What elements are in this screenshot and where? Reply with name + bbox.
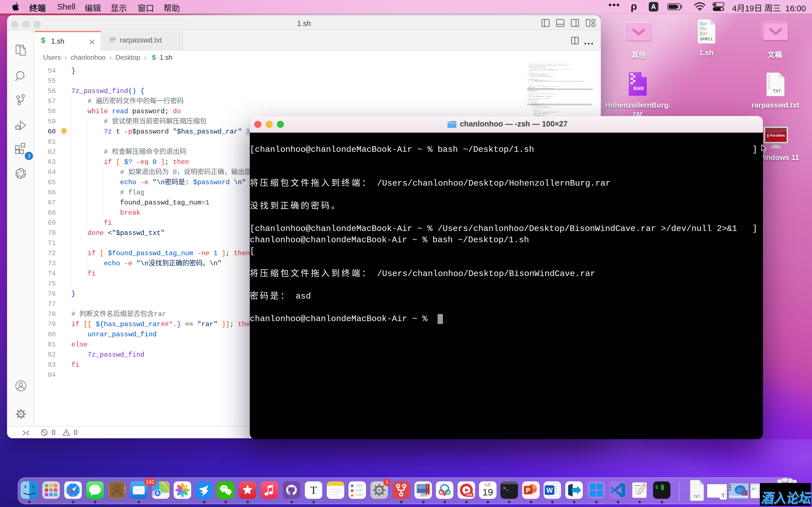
svg-text:19: 19 (483, 487, 493, 497)
svg-text:TXT: TXT (694, 494, 700, 499)
svg-text:T: T (310, 484, 317, 496)
svg-text:$ █: $ █ (655, 485, 664, 490)
svg-text:RAR: RAR (633, 86, 644, 91)
svg-text:TXT: TXT (773, 89, 781, 93)
svg-text:|| Parallels: || Parallels (767, 133, 785, 137)
svg-text:P: P (526, 487, 530, 494)
svg-text:4月: 4月 (485, 483, 491, 487)
svg-text:SHELL: SHELL (700, 36, 713, 41)
svg-text:W: W (546, 487, 553, 494)
svg-text:>_: >_ (503, 486, 509, 491)
svg-text:PDF: PDF (467, 493, 473, 497)
